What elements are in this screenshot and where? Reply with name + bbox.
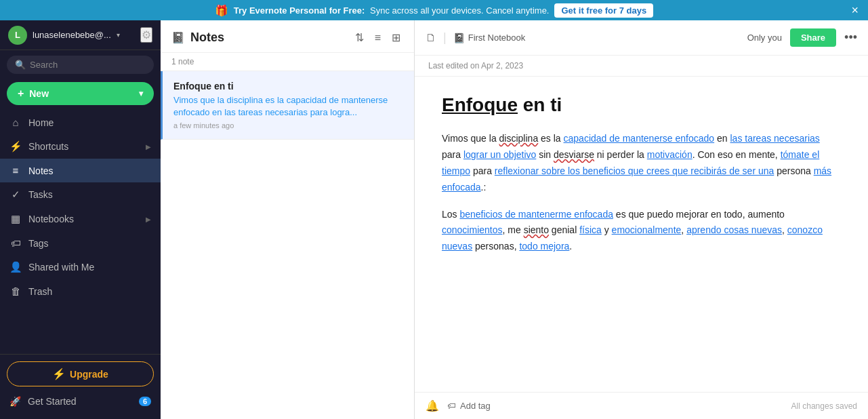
sidebar-item-tasks[interactable]: ✓ Tasks xyxy=(0,182,161,207)
sidebar-item-shared-label: Shared with Me xyxy=(28,262,94,273)
sidebar-item-notebooks[interactable]: ▦ Notebooks ▶ xyxy=(0,207,161,231)
get-started-badge: 6 xyxy=(139,397,151,406)
tags-icon: 🏷 xyxy=(9,237,22,249)
sort-button[interactable]: ⇅ xyxy=(352,30,367,45)
view-button[interactable]: ⊞ xyxy=(389,30,403,45)
search-icon: 🔍 xyxy=(15,60,26,70)
home-icon: ⌂ xyxy=(9,117,22,128)
note-heading: Enfoque en ti xyxy=(442,93,841,117)
note-list: Enfoque en ti Vimos que la disciplina es… xyxy=(161,71,414,419)
notes-toolbar: ⇅ ≡ ⊞ xyxy=(352,30,403,45)
notebook-button[interactable]: 📓 First Notebook xyxy=(453,33,526,43)
notes-panel-title-text: Notes xyxy=(190,31,224,45)
promo-cta-button[interactable]: Get it free for 7 days xyxy=(554,3,653,18)
shared-icon: 👤 xyxy=(9,261,22,273)
add-tag-button[interactable]: 🏷 Add tag xyxy=(447,401,491,411)
note-paragraph-1: Vimos que la disciplina es la capacidad … xyxy=(442,131,841,195)
note-paragraph-2: Los beneficios de mantenerme enfocada es… xyxy=(442,207,841,255)
avatar: L xyxy=(8,26,27,45)
search-bar[interactable]: 🔍 Search xyxy=(7,56,154,74)
footer-left: 🔔 🏷 Add tag xyxy=(426,399,491,412)
sidebar-item-home-label: Home xyxy=(28,117,54,128)
sidebar-header: L lunaselenebebe@... ▾ ⚙ xyxy=(0,20,161,50)
sidebar-item-shortcuts[interactable]: ⚡ Shortcuts ▶ xyxy=(0,134,161,159)
notebook-name: First Notebook xyxy=(468,33,526,43)
notes-panel: 📓 Notes ⇅ ≡ ⊞ 1 note Enfoque en ti Vimos… xyxy=(161,20,415,419)
editor-panel: 🗋 | 📓 First Notebook Only you Share ••• … xyxy=(415,20,868,419)
editor-header: 🗋 | 📓 First Notebook Only you Share ••• xyxy=(415,20,868,56)
filter-button[interactable]: ≡ xyxy=(372,31,384,45)
promo-main-text: Try Evernote Personal for Free: Sync acr… xyxy=(234,5,550,16)
tasks-icon: ✓ xyxy=(9,188,22,201)
editor-doc-icon: 🗋 xyxy=(426,32,436,44)
promo-sub-text: Sync across all your devices. Cancel any… xyxy=(370,5,549,16)
sidebar-item-notes[interactable]: ≡ Notes xyxy=(0,159,161,182)
sidebar-item-trash-label: Trash xyxy=(28,286,52,297)
sidebar-item-shortcuts-label: Shortcuts xyxy=(28,141,68,152)
get-started-icon: 🚀 xyxy=(9,396,21,407)
upgrade-icon: ⚡ xyxy=(52,367,66,380)
editor-divider: | xyxy=(443,31,447,45)
spellcheck-word: disciplina xyxy=(499,133,539,144)
trash-icon: 🗑 xyxy=(9,285,22,297)
shortcuts-icon: ⚡ xyxy=(9,140,22,153)
user-menu[interactable]: L lunaselenebebe@... ▾ xyxy=(8,26,120,45)
chevron-down-icon: ▾ xyxy=(117,31,120,39)
notebooks-expand-icon: ▶ xyxy=(146,216,151,223)
sidebar-nav: ⌂ Home ⚡ Shortcuts ▶ ≡ Notes ✓ Tasks ▦ N… xyxy=(0,111,161,354)
banner-close-button[interactable]: × xyxy=(851,4,859,16)
gift-icon: 🎁 xyxy=(215,4,228,17)
sidebar-footer: ⚡ Upgrade 🚀 Get Started 6 xyxy=(0,354,161,419)
footer-status: All changes saved xyxy=(791,401,857,411)
notes-panel-title: 📓 Notes xyxy=(171,31,224,45)
editor-header-left: 🗋 | 📓 First Notebook xyxy=(426,31,525,45)
bell-button[interactable]: 🔔 xyxy=(426,399,439,412)
promo-banner: 🎁 Try Evernote Personal for Free: Sync a… xyxy=(0,0,868,20)
settings-button[interactable]: ⚙ xyxy=(140,27,152,43)
note-body: Vimos que la disciplina es la capacidad … xyxy=(442,131,841,255)
share-button[interactable]: Share xyxy=(790,28,836,47)
new-button-label: New xyxy=(29,88,49,99)
heading-enfoque: Enfoque xyxy=(442,94,518,115)
more-options-button[interactable]: ••• xyxy=(844,31,857,45)
get-started-item[interactable]: 🚀 Get Started 6 xyxy=(7,391,154,412)
note-item-time: a few minutes ago xyxy=(173,121,403,129)
editor-meta: Last edited on Apr 2, 2023 xyxy=(415,56,868,77)
expand-arrow-icon: ▶ xyxy=(146,143,151,151)
note-item[interactable]: Enfoque en ti Vimos que la disciplina es… xyxy=(161,71,414,140)
dropdown-arrow-icon: ▾ xyxy=(139,89,143,98)
editor-header-right: Only you Share ••• xyxy=(747,28,857,47)
promo-label: Try Evernote Personal for Free: xyxy=(234,5,365,16)
upgrade-label: Upgrade xyxy=(70,369,108,380)
notebooks-icon: ▦ xyxy=(9,213,22,225)
notes-count: 1 note xyxy=(161,53,414,71)
user-email: lunaselenebebe@... xyxy=(33,30,111,40)
editor-footer: 🔔 🏷 Add tag All changes saved xyxy=(415,392,868,419)
add-tag-label: Add tag xyxy=(460,401,491,411)
notes-icon: ≡ xyxy=(9,165,22,176)
sidebar-item-notebooks-label: Notebooks xyxy=(28,214,74,224)
new-button[interactable]: + New ▾ xyxy=(7,82,154,105)
sidebar-item-trash[interactable]: 🗑 Trash xyxy=(0,279,161,303)
main-layout: L lunaselenebebe@... ▾ ⚙ 🔍 Search + New … xyxy=(0,20,868,419)
sidebar-item-tasks-label: Tasks xyxy=(28,189,53,200)
notes-panel-icon: 📓 xyxy=(171,31,185,44)
sidebar-item-tags[interactable]: 🏷 Tags xyxy=(0,231,161,255)
tag-icon: 🏷 xyxy=(447,401,456,411)
note-item-title: Enfoque en ti xyxy=(173,81,403,92)
editor-content[interactable]: Enfoque en ti Vimos que la disciplina es… xyxy=(415,77,868,392)
get-started-label: Get Started xyxy=(28,396,77,407)
sidebar-item-notes-label: Notes xyxy=(28,165,54,176)
sidebar-item-shared[interactable]: 👤 Shared with Me xyxy=(0,255,161,279)
search-label: Search xyxy=(30,60,58,70)
notes-panel-header: 📓 Notes ⇅ ≡ ⊞ xyxy=(161,20,414,53)
upgrade-button[interactable]: ⚡ Upgrade xyxy=(7,361,154,386)
note-item-preview: Vimos que la disciplina es la capacidad … xyxy=(173,94,403,119)
plus-icon: + xyxy=(18,87,24,99)
only-you-text: Only you xyxy=(747,33,782,43)
sidebar: L lunaselenebebe@... ▾ ⚙ 🔍 Search + New … xyxy=(0,20,161,419)
sidebar-item-tags-label: Tags xyxy=(28,238,49,249)
notebook-icon: 📓 xyxy=(453,33,465,43)
sidebar-item-home[interactable]: ⌂ Home xyxy=(0,111,161,134)
